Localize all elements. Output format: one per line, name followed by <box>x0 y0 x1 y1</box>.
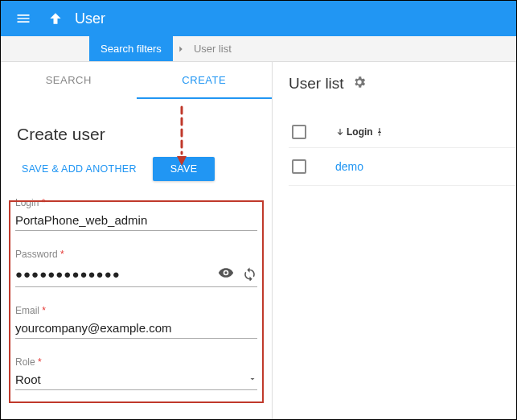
field-role: Role * Root <box>15 356 257 390</box>
row-login-link[interactable]: demo <box>335 160 363 173</box>
breadcrumb-search-filters[interactable]: Search filters <box>89 36 173 61</box>
refresh-icon[interactable] <box>242 266 257 283</box>
pin-icon <box>375 127 384 137</box>
row-checkbox[interactable] <box>292 159 306 174</box>
save-add-another-button[interactable]: SAVE & ADD ANOTHER <box>17 157 142 181</box>
up-arrow-icon[interactable] <box>39 2 72 35</box>
tab-create[interactable]: CREATE <box>137 62 273 99</box>
chevron-right-icon <box>173 36 189 61</box>
sort-desc-icon <box>335 127 345 137</box>
email-label: Email <box>15 305 39 316</box>
left-panel: SEARCH CREATE Create user SAVE & ADD ANO… <box>1 62 273 419</box>
right-panel: User list Login demo <box>273 62 516 419</box>
gear-icon[interactable] <box>352 75 367 93</box>
dropdown-arrow-icon[interactable] <box>248 373 257 386</box>
eye-icon[interactable] <box>218 265 234 283</box>
tab-bar: SEARCH CREATE <box>1 62 272 99</box>
password-input[interactable]: ●●●●●●●●●●●●● <box>15 267 218 281</box>
tab-search[interactable]: SEARCH <box>1 62 137 99</box>
password-label: Password <box>15 249 58 260</box>
panel-title: User list <box>289 75 344 93</box>
field-login: Login * PortaPhone_web_admin <box>15 197 257 231</box>
required-marker: * <box>42 305 46 316</box>
field-email: Email * yourcompany@example.com <box>15 305 257 339</box>
breadcrumb: Search filters User list <box>1 36 516 62</box>
list-row: demo <box>289 148 516 186</box>
role-label: Role <box>15 356 35 368</box>
email-input[interactable]: yourcompany@example.com <box>15 321 257 335</box>
column-header-label: Login <box>347 126 373 138</box>
save-button[interactable]: SAVE <box>153 157 215 181</box>
field-password: Password * ●●●●●●●●●●●●● <box>15 249 257 287</box>
required-marker: * <box>38 356 42 368</box>
login-input[interactable]: PortaPhone_web_admin <box>15 213 257 227</box>
select-all-checkbox[interactable] <box>292 125 306 139</box>
list-header: Login <box>289 117 516 148</box>
page-title: User <box>75 10 105 27</box>
column-header-login[interactable]: Login <box>335 126 384 138</box>
menu-icon[interactable] <box>7 2 39 35</box>
role-select[interactable]: Root <box>15 373 248 386</box>
required-marker: * <box>42 197 46 208</box>
top-app-bar: User <box>1 1 516 36</box>
breadcrumb-user-list[interactable]: User list <box>189 36 236 61</box>
login-label: Login <box>15 197 39 208</box>
required-marker: * <box>60 249 64 260</box>
form-title: Create user <box>1 99 272 152</box>
